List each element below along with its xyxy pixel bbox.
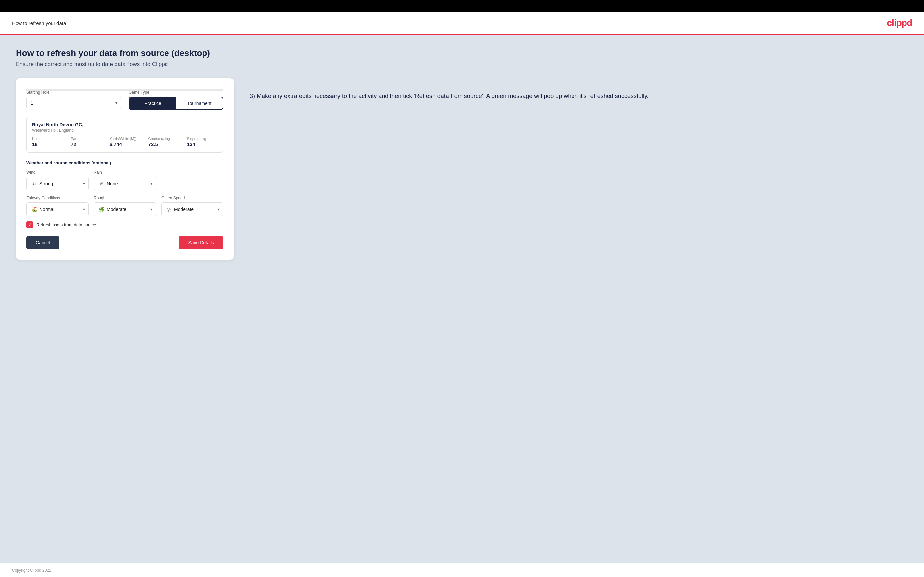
starting-hole-select[interactable]: 1 ▾ (26, 97, 121, 109)
holes-label: Holes (32, 137, 63, 140)
activity-card: Starting Hole 1 ▾ Game Type Practice Tou… (16, 78, 234, 260)
wind-rain-row: Wind ≋ Strong ▾ Rain ✳ None (26, 170, 223, 190)
course-info: Royal North Devon GC, Westward Ho!, Engl… (26, 116, 223, 153)
slope-rating-value: 134 (187, 141, 218, 147)
chevron-down-icon: ▾ (115, 101, 117, 105)
green-speed-field: Green Speed ◎ Moderate ▾ (161, 196, 223, 216)
course-rating-label: Course rating (148, 137, 179, 140)
green-speed-select[interactable]: ◎ Moderate ▾ (161, 202, 223, 216)
par-label: Par (71, 137, 102, 140)
save-details-button[interactable]: Save Details (179, 236, 223, 249)
wind-field: Wind ≋ Strong ▾ (26, 170, 89, 190)
yards-label: Yards/White (M)) (109, 137, 140, 140)
chevron-down-icon: ▾ (218, 207, 220, 211)
refresh-checkbox-row: Refresh shots from data source (26, 221, 223, 228)
rain-field: Rain ✳ None ▾ (94, 170, 156, 190)
game-type-field: Game Type Practice Tournament (129, 90, 223, 110)
rough-field: Rough 🌿 Moderate ▾ (94, 196, 156, 216)
chevron-down-icon: ▾ (150, 181, 152, 186)
starting-hole-field: Starting Hole 1 ▾ (26, 90, 121, 110)
chevron-down-icon: ▾ (150, 207, 152, 211)
conditions-section-label: Weather and course conditions (optional) (26, 160, 223, 165)
wind-icon: ≋ (31, 180, 37, 187)
fairway-field: Fairway Conditions ⛳ Normal ▾ (26, 196, 89, 216)
fairway-label: Fairway Conditions (26, 196, 89, 200)
cancel-button[interactable]: Cancel (26, 236, 60, 249)
fairway-icon: ⛳ (31, 206, 37, 213)
header: How to refresh your data clippd (0, 12, 924, 35)
header-title: How to refresh your data (12, 21, 66, 26)
course-rating-stat: Course rating 72.5 (148, 137, 179, 147)
rain-select[interactable]: ✳ None ▾ (94, 177, 156, 190)
yards-stat: Yards/White (M)) 6,744 (109, 137, 140, 147)
footer: Copyright Clippd 2022 (0, 563, 924, 577)
practice-button[interactable]: Practice (129, 97, 176, 109)
fairway-rough-green-row: Fairway Conditions ⛳ Normal ▾ Rough 🌿 (26, 196, 223, 216)
refresh-checkbox[interactable] (26, 221, 33, 228)
content-area: Starting Hole 1 ▾ Game Type Practice Tou… (16, 78, 908, 260)
page-subtitle: Ensure the correct and most up to date d… (16, 61, 908, 68)
game-type-label: Game Type (129, 90, 223, 95)
button-row: Cancel Save Details (26, 236, 223, 249)
rough-icon: 🌿 (98, 206, 105, 213)
chevron-down-icon: ▾ (83, 181, 85, 186)
game-type-toggle: Practice Tournament (129, 97, 223, 110)
main-content: How to refresh your data from source (de… (0, 35, 924, 563)
logo: clippd (887, 18, 912, 28)
rough-label: Rough (94, 196, 156, 200)
top-fields: Starting Hole 1 ▾ Game Type Practice Tou… (26, 90, 223, 110)
par-stat: Par 72 (71, 137, 102, 147)
course-name: Royal North Devon GC, (32, 122, 218, 127)
starting-hole-label: Starting Hole (26, 90, 121, 95)
slope-rating-stat: Slope rating 134 (187, 137, 218, 147)
side-instruction-text: 3) Make any extra edits necessary to the… (250, 78, 908, 101)
holes-value: 18 (32, 141, 63, 147)
rain-label: Rain (94, 170, 156, 175)
chevron-down-icon: ▾ (83, 207, 85, 211)
holes-stat: Holes 18 (32, 137, 63, 147)
green-speed-icon: ◎ (165, 206, 172, 213)
wind-select[interactable]: ≋ Strong ▾ (26, 177, 89, 190)
course-rating-value: 72.5 (148, 141, 179, 147)
top-bar (0, 0, 924, 12)
refresh-checkbox-label: Refresh shots from data source (36, 222, 96, 227)
course-stats: Holes 18 Par 72 Yards/White (M)) 6,744 C… (32, 137, 218, 147)
wind-label: Wind (26, 170, 89, 175)
course-location: Westward Ho!, England (32, 128, 218, 133)
tournament-button[interactable]: Tournament (176, 97, 223, 109)
copyright-text: Copyright Clippd 2022 (12, 568, 51, 573)
par-value: 72 (71, 141, 102, 147)
yards-value: 6,744 (109, 141, 140, 147)
rough-select[interactable]: 🌿 Moderate ▾ (94, 202, 156, 216)
slope-rating-label: Slope rating (187, 137, 218, 140)
rain-icon: ✳ (98, 180, 105, 187)
green-speed-label: Green Speed (161, 196, 223, 200)
page-title: How to refresh your data from source (de… (16, 48, 908, 58)
fairway-select[interactable]: ⛳ Normal ▾ (26, 202, 89, 216)
starting-hole-value: 1 (27, 97, 121, 109)
